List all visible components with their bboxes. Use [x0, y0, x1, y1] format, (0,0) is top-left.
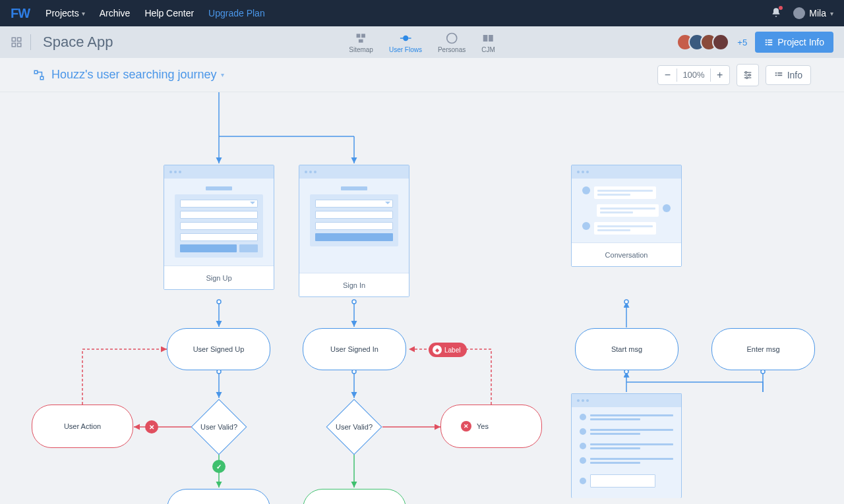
edge-label-chip[interactable]: ◆ Label [429, 343, 467, 357]
node-conversation[interactable]: Conversation [571, 165, 682, 267]
svg-point-22 [745, 71, 747, 73]
notifications-icon[interactable] [771, 7, 781, 20]
svg-rect-26 [777, 72, 782, 73]
list-icon [764, 38, 773, 47]
userflows-icon [399, 32, 412, 45]
flow-toolbar: Houzz's user searching journey ▾ − 100% … [0, 58, 844, 92]
svg-rect-12 [768, 40, 772, 41]
nav-upgrade[interactable]: Upgrade Plan [208, 8, 265, 18]
top-nav: FW Projects▾ Archive Help Center Upgrade… [0, 0, 844, 26]
node-label: Start msg [611, 345, 642, 353]
node-label: User Valid? [336, 423, 373, 431]
svg-rect-5 [361, 34, 365, 38]
svg-rect-17 [34, 70, 38, 74]
node-chat-list[interactable] [571, 393, 682, 498]
user-menu[interactable]: Mila ▾ [793, 7, 833, 19]
node-user-signed-up[interactable]: User Signed Up [167, 328, 270, 370]
svg-rect-13 [766, 42, 767, 43]
notification-dot [779, 6, 783, 10]
svg-point-8 [447, 33, 457, 43]
edge-label: Label [444, 347, 460, 354]
svg-point-29 [217, 300, 221, 304]
tab-personas[interactable]: Personas [438, 32, 466, 53]
nav-archive[interactable]: Archive [100, 8, 131, 18]
svg-rect-18 [40, 76, 44, 80]
svg-point-33 [624, 300, 628, 304]
svg-rect-2 [12, 43, 15, 47]
svg-point-23 [748, 74, 750, 76]
node-yes[interactable]: ✕ Yes [440, 405, 542, 448]
svg-rect-1 [18, 38, 21, 41]
node-start-msg[interactable]: Start msg [575, 328, 678, 370]
svg-rect-9 [483, 35, 488, 42]
zoom-in-button[interactable]: + [711, 66, 729, 84]
personas-icon [445, 32, 458, 45]
tag-icon: ◆ [433, 345, 442, 354]
node-enter-msg[interactable]: Enter msg [711, 328, 815, 370]
chevron-down-icon: ▾ [82, 10, 85, 17]
collaborator-avatars[interactable] [677, 34, 729, 51]
node-bottom-green[interactable] [303, 489, 406, 504]
flow-canvas[interactable]: Sign Up Sign In Conversation User Signed… [0, 92, 844, 504]
close-icon: ✕ [461, 421, 471, 432]
tab-sitemap[interactable]: Sitemap [349, 32, 373, 53]
project-info-button[interactable]: Project Info [755, 32, 833, 53]
zoom-level: 100% [677, 70, 709, 80]
svg-rect-3 [18, 43, 21, 47]
collaborator-count[interactable]: +5 [737, 38, 747, 47]
svg-rect-0 [12, 38, 15, 41]
settings-button[interactable] [737, 64, 759, 86]
svg-rect-6 [359, 39, 363, 42]
node-label: User Valid? [200, 423, 237, 431]
zoom-out-button[interactable]: − [658, 66, 677, 84]
chevron-down-icon: ▾ [221, 71, 224, 78]
svg-point-30 [352, 300, 356, 304]
avatar-icon [793, 7, 805, 19]
nav-projects[interactable]: Projects▾ [45, 8, 85, 18]
nav-help[interactable]: Help Center [144, 8, 194, 18]
marker-no-1[interactable]: ✕ [145, 420, 158, 434]
avatar [712, 34, 729, 51]
info-button[interactable]: Info [766, 65, 811, 85]
svg-rect-15 [766, 44, 767, 45]
logo[interactable]: FW [11, 6, 30, 21]
svg-point-24 [746, 76, 748, 78]
mode-tabs: Sitemap User Flows Personas CJM [349, 32, 495, 53]
flow-title[interactable]: Houzz's user searching journey ▾ [51, 68, 224, 82]
chevron-down-icon: ▾ [830, 10, 833, 17]
project-title: Space App [43, 34, 113, 51]
cjm-icon [481, 32, 495, 45]
user-name: Mila [809, 8, 826, 18]
project-bar: Space App Sitemap User Flows Personas CJ… [0, 26, 844, 58]
node-label: Sign Up [164, 266, 274, 289]
tab-userflows[interactable]: User Flows [389, 32, 422, 53]
list-icon [774, 70, 783, 80]
divider [30, 34, 31, 50]
svg-rect-28 [777, 74, 782, 76]
sliders-icon [742, 70, 753, 80]
svg-rect-16 [768, 44, 772, 45]
grid-icon[interactable] [11, 36, 22, 48]
node-label: Yes [477, 422, 489, 430]
svg-rect-27 [775, 74, 776, 76]
node-label: User Action [64, 422, 101, 430]
node-user-action-2[interactable]: User Action [167, 489, 270, 504]
tab-cjm[interactable]: CJM [481, 32, 495, 53]
svg-rect-14 [768, 42, 772, 43]
svg-rect-4 [357, 34, 361, 38]
svg-rect-25 [775, 72, 776, 73]
node-user-action[interactable]: User Action [32, 405, 133, 448]
node-user-signed-in[interactable]: User Signed In [303, 328, 406, 370]
node-label: User Signed In [330, 345, 378, 353]
svg-rect-10 [489, 35, 493, 42]
node-label: Sign In [299, 273, 409, 296]
node-user-valid-1[interactable]: User Valid? [191, 399, 247, 455]
node-label: Enter msg [746, 345, 779, 353]
node-user-valid-2[interactable]: User Valid? [326, 399, 382, 455]
svg-rect-11 [766, 40, 767, 41]
node-signin[interactable]: Sign In [299, 165, 409, 297]
node-signup[interactable]: Sign Up [164, 165, 274, 290]
svg-point-7 [403, 35, 408, 40]
marker-yes-1[interactable]: ✓ [212, 460, 226, 473]
sitemap-icon [355, 32, 368, 45]
